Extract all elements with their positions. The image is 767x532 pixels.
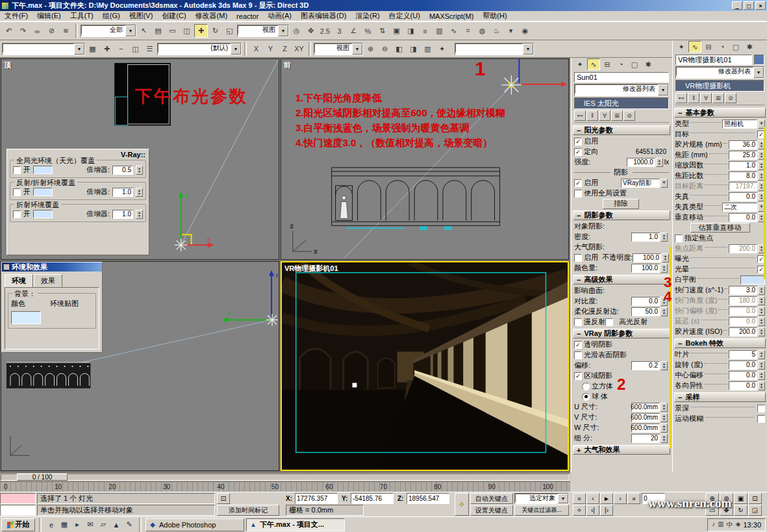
hierarchy-tab-icon[interactable]: ⊟ [601,58,614,70]
named-selection-icon[interactable]: ⊕ [364,42,377,56]
task-3dsmax[interactable]: ▲ 下午.max - 项目文... [246,518,345,531]
layer-list-icon[interactable]: ▦ [86,42,99,56]
param-value[interactable]: 200.0 [729,327,757,336]
menu-item[interactable]: 渲染(R) [351,10,384,21]
create-tab-icon[interactable]: ✦ [573,58,586,70]
outlook-icon[interactable]: ✉ [84,519,96,531]
key-mode-toggle-icon[interactable]: ✧ [573,505,586,516]
menu-item[interactable]: 编辑(E) [32,10,66,21]
render-preset-dropdown[interactable] [455,43,534,55]
menu-item[interactable]: 视图(V) [125,10,158,21]
time-slider-track[interactable] [1,474,570,481]
rectangular-selection-region-icon[interactable]: ▭ [166,24,179,38]
modifier-list-dropdown[interactable]: 修改器列表 [675,66,764,79]
param-spinner[interactable] [662,253,669,262]
configure-modifier-sets-icon[interactable]: ⊘ [623,110,635,121]
remove-modifier-icon[interactable]: ⊞ [712,93,724,103]
utilities-tab-icon[interactable]: ✱ [642,58,655,70]
previous-key-icon[interactable]: ‹| [586,505,599,516]
align-icon[interactable]: ≡ [418,24,432,38]
show-desktop-icon[interactable]: ▦ [58,519,70,531]
schematic-view-icon[interactable]: ⌗ [461,24,475,38]
param-checkbox[interactable] [574,138,582,146]
chevron-down-icon[interactable] [74,44,84,55]
display-tab-icon[interactable]: ▢ [628,58,641,70]
chevron-down-icon[interactable] [658,84,668,95]
zoom-icon[interactable]: ⊕ [705,493,719,504]
param-value[interactable]: 100.0 [631,264,660,273]
folder-icon[interactable]: ▱ [97,519,109,531]
param-value[interactable]: VRay阴影 [621,179,660,188]
param-spinner[interactable] [660,424,668,433]
param-value[interactable]: 25.0 [729,151,757,160]
param-spinner[interactable] [660,264,668,273]
light-name-field[interactable]: Sun01 [574,72,669,82]
chevron-down-icon[interactable] [278,25,288,36]
param-checkbox[interactable] [574,148,582,156]
render-type-icon[interactable]: ▾ [504,24,518,38]
param-value[interactable]: 8.0 [729,171,757,181]
task-photoshop[interactable]: ◆ Adobe Photoshop [145,518,244,531]
track-view-icon[interactable]: ⊖ [378,42,392,56]
hierarchy-tab-icon[interactable]: ⊟ [702,41,715,53]
time-slider[interactable]: 0 / 100 [0,472,570,481]
chevron-down-icon[interactable] [523,44,533,55]
antivirus-icon[interactable]: ◈ [736,520,741,529]
modifier-list-dropdown[interactable]: 修改器列表 [574,84,669,96]
param-spinner[interactable] [660,233,668,242]
param-spinner[interactable] [660,434,668,443]
menu-item[interactable]: 帮助(H) [478,10,511,21]
go-to-end-icon[interactable]: » [627,493,640,504]
param-value[interactable]: 5 [729,350,757,359]
snap-toggle-25-icon[interactable]: 2.5 [318,24,332,38]
menu-item[interactable]: 工具(T) [66,10,98,21]
param-checkbox[interactable] [757,405,765,412]
restrict-z-icon[interactable]: Z [278,42,292,56]
menu-item[interactable]: 创建(C) [157,10,190,21]
open-material-icon[interactable]: ◨ [407,42,420,56]
param-value[interactable]: 200.0 [729,244,757,253]
param-checkbox[interactable] [574,372,582,380]
rollout-sun-params[interactable]: 阳光参数 [573,125,670,135]
use-pivot-center-icon[interactable]: ◎ [290,24,303,38]
shade-view-icon[interactable]: ▥ [421,42,434,56]
param-checkbox[interactable] [582,383,590,390]
motion-tab-icon[interactable]: ◔ [614,58,627,70]
param-value[interactable]: 0.0 [729,361,757,370]
maxscript-mini-listener-white[interactable] [0,505,36,516]
param-value[interactable]: 1.0 [631,233,660,242]
param-value[interactable]: 0.0 [729,192,757,201]
display-layers-icon[interactable]: ◧ [392,42,406,56]
viewport-label[interactable]: VR物理摄影机01 [284,264,338,273]
rollout-atmospheres[interactable]: 大气和效果 [573,445,670,455]
set-key-mode-button[interactable]: ✧ [455,493,469,516]
gi-multiplier-spinner[interactable] [136,166,143,175]
configure-modifier-sets-icon[interactable]: ⊘ [725,93,736,103]
param-value[interactable]: 0.0 [729,317,757,326]
mirror-icon[interactable]: ◨ [404,24,418,38]
param-spinner[interactable] [758,286,765,295]
edit-named-selection-sets-icon[interactable]: ▣ [390,24,403,38]
param-value[interactable]: 3.0 [729,286,757,295]
param-spinner[interactable] [660,179,668,188]
param-spinner[interactable] [660,403,668,412]
selection-filter-dropdown[interactable]: 全部 [81,25,136,37]
param-spinner[interactable] [758,317,765,326]
quick-render-icon[interactable]: ◉ [518,24,532,38]
ie-icon[interactable]: e [45,519,57,531]
lock-selection-icon[interactable]: ⊡ [217,493,230,504]
undo-icon[interactable]: ↶ [2,24,16,38]
set-key-button[interactable]: 设置关键点 [470,505,513,516]
layer-dropdown[interactable]: (默认) [157,43,242,55]
param-value[interactable]: 0.0 [729,371,757,380]
make-unique-icon[interactable]: ∀ [700,93,712,103]
param-value[interactable]: 600.0mm [631,403,660,412]
reflection-color-swatch[interactable] [33,188,53,196]
network-icon[interactable]: ▥ [718,520,723,529]
param-value[interactable]: 0.0 [729,213,757,222]
param-spinner[interactable] [656,158,663,167]
maximize-viewport-icon[interactable]: ◲ [748,505,762,516]
arc-rotate-icon[interactable]: ↻ [734,505,748,516]
pin-stack-icon[interactable]: ⊷ [574,110,586,121]
show-end-result-icon[interactable]: ‖ [688,93,699,103]
